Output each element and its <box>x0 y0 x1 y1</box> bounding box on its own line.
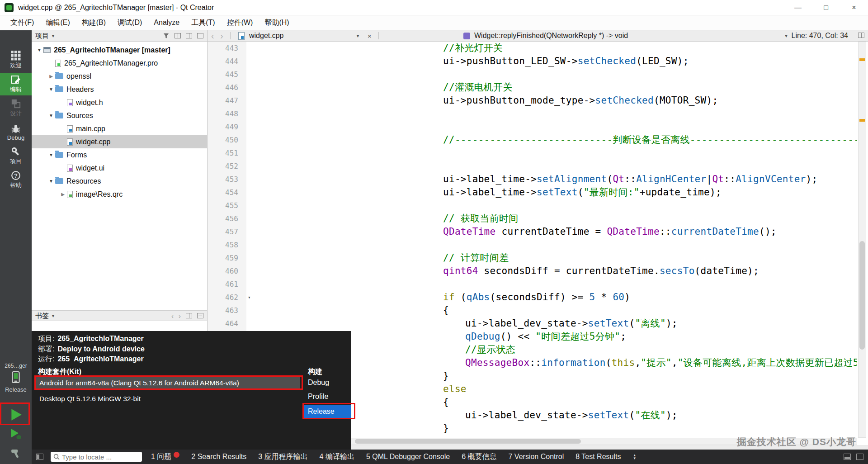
close-pane-icon[interactable] <box>197 313 203 318</box>
code-text[interactable] <box>246 68 443 81</box>
mode-debug[interactable]: Debug <box>0 121 32 143</box>
expander-icon[interactable]: ▶ <box>59 192 67 197</box>
menu-item-3[interactable]: 调试(D) <box>112 16 148 30</box>
code-text[interactable]: ui->pushButton_mode_type->setChecked(MOT… <box>246 94 718 107</box>
chevron-down-icon[interactable]: ▾ <box>52 33 54 38</box>
output-pane-button-7[interactable]: 8 Test Results <box>576 453 621 461</box>
menu-item-4[interactable]: Analyze <box>148 16 185 29</box>
code-text[interactable] <box>246 199 443 212</box>
output-pane-button-6[interactable]: 7 Version Control <box>509 453 564 461</box>
output-pane-button-1[interactable]: 2 Search Results <box>191 453 246 461</box>
tree-item-8[interactable]: ▼Forms <box>32 148 207 161</box>
output-pane-button-4[interactable]: 5 QML Debugger Console <box>366 453 450 461</box>
expander-icon[interactable]: ▼ <box>47 113 55 118</box>
tree-item-9[interactable]: widget.ui <box>32 161 207 175</box>
mode-projects[interactable]: 项目 <box>0 145 32 167</box>
menu-item-5[interactable]: 工具(T) <box>185 16 221 30</box>
split-editor-icon[interactable] <box>858 33 864 38</box>
mode-edit[interactable]: 编辑 <box>0 73 32 95</box>
run-button[interactable] <box>0 406 32 425</box>
output-pane-button-5[interactable]: 6 概要信息 <box>462 452 496 462</box>
code-text[interactable]: ui->label_time->setText("最新时间:"+update_t… <box>246 186 722 199</box>
code-text[interactable] <box>246 147 443 160</box>
code-text[interactable]: QDateTime currentDateTime = QDateTime::c… <box>246 225 777 238</box>
build-option-release[interactable]: Release <box>304 405 351 418</box>
scrollbar-thumb[interactable] <box>859 241 865 350</box>
tree-item-10[interactable]: ▼Resources <box>32 175 207 188</box>
expander-icon[interactable]: ▶ <box>47 74 55 79</box>
code-text[interactable] <box>246 160 443 173</box>
expander-icon[interactable]: ▼ <box>35 47 43 52</box>
scrollbar-thumb[interactable] <box>355 439 581 444</box>
tree-item-3[interactable]: ▼Headers <box>32 83 207 96</box>
menu-item-0[interactable]: 文件(F) <box>5 16 40 30</box>
filter-icon[interactable] <box>163 33 170 39</box>
locator[interactable] <box>51 452 142 462</box>
symbol-selector[interactable]: Widget::replyFinished(QNetworkReply *) -… <box>474 30 628 41</box>
tree-item-11[interactable]: ▶image\Res.qrc <box>32 188 207 201</box>
expander-icon[interactable]: ▼ <box>47 179 55 184</box>
code-text[interactable] <box>246 120 443 133</box>
next-icon[interactable]: › <box>179 312 181 320</box>
build-option-debug[interactable]: Debug <box>304 377 351 388</box>
chevron-down-icon[interactable]: ▾ <box>52 313 54 318</box>
menu-item-6[interactable]: 控件(W) <box>221 16 259 30</box>
debug-run-button[interactable] <box>0 425 32 445</box>
code-text[interactable]: qint64 secondsDiff = currentDateTime.sec… <box>246 265 759 278</box>
code-text[interactable]: { <box>246 304 449 317</box>
close-document-icon[interactable]: × <box>368 30 372 41</box>
code-text[interactable]: ui->label_time->setAlignment(Qt::AlignHC… <box>246 173 817 186</box>
expander-icon[interactable]: ▼ <box>47 87 55 92</box>
document-dropdown-icon[interactable]: ▾ <box>357 30 359 41</box>
tree-item-0[interactable]: ▼265_AgritechIoTManager [master] <box>32 43 207 57</box>
close-button[interactable]: × <box>840 0 868 15</box>
tree-item-5[interactable]: ▼Sources <box>32 109 207 122</box>
code-text[interactable]: //补光灯开关 <box>246 42 503 55</box>
code-text[interactable]: //---------------------------判断设备是否离线---… <box>246 133 857 147</box>
symbol-dropdown-icon[interactable]: ▾ <box>785 33 788 38</box>
prev-icon[interactable]: ‹ <box>171 312 174 320</box>
kit-option-1[interactable]: Desktop Qt 5.12.6 MinGW 32-bit <box>36 393 300 405</box>
output-panes-toggle-icon[interactable] <box>36 454 43 460</box>
fullscreen-toggle-icon[interactable] <box>856 454 863 460</box>
mode-welcome[interactable]: 欢迎 <box>0 49 32 71</box>
code-text[interactable]: // 计算时间差 <box>246 251 509 265</box>
menu-item-7[interactable]: 帮助(H) <box>259 16 295 30</box>
show-right-sidebar-icon[interactable] <box>844 454 851 460</box>
kit-option-0[interactable]: Android for arm64-v8a (Clang Qt 5.12.6 f… <box>36 377 300 389</box>
expand-panes-icon[interactable]: ▴▾ <box>633 454 636 460</box>
expander-icon[interactable]: ▼ <box>47 152 55 157</box>
maximize-button[interactable]: □ <box>812 0 840 15</box>
mode-help[interactable]: ?帮助 <box>0 169 32 191</box>
minimize-button[interactable]: — <box>784 0 812 15</box>
output-pane-button-2[interactable]: 3 应用程序输出 <box>258 452 307 462</box>
kit-selector-button[interactable]: 265…ger Release <box>0 363 32 393</box>
code-text[interactable]: ui->label_dev_state->setText("离线"); <box>246 317 678 330</box>
mode-design[interactable]: 设计 <box>0 97 32 119</box>
build-option-profile[interactable]: Profile <box>304 391 351 402</box>
close-pane-icon[interactable] <box>197 33 203 38</box>
locator-input[interactable] <box>62 452 140 462</box>
code-text[interactable] <box>246 278 443 291</box>
menu-item-2[interactable]: 构建(B) <box>76 16 112 30</box>
build-button[interactable] <box>0 445 32 464</box>
open-document-name[interactable]: widget.cpp <box>249 30 284 41</box>
split-pane-icon[interactable] <box>186 313 192 318</box>
menu-item-1[interactable]: 编辑(E) <box>40 16 75 30</box>
tree-item-7[interactable]: widget.cpp <box>32 135 207 148</box>
fold-marker-icon[interactable]: ▾ <box>248 291 251 304</box>
split-pane-icon[interactable] <box>186 33 192 38</box>
code-text[interactable]: //灌溉电机开关 <box>246 81 513 94</box>
output-pane-button-3[interactable]: 4 编译输出 <box>320 452 354 462</box>
code-text[interactable] <box>246 107 443 120</box>
tree-item-6[interactable]: main.cpp <box>32 122 207 135</box>
tree-item-2[interactable]: ▶openssl <box>32 70 207 83</box>
code-text[interactable]: ui->pushButton_LED_SW->setChecked(LED_SW… <box>246 55 689 68</box>
output-pane-button-0[interactable]: 1 问题 <box>151 452 179 462</box>
code-text[interactable] <box>246 238 443 251</box>
tree-item-4[interactable]: widget.h <box>32 96 207 109</box>
sync-with-editor-icon[interactable] <box>175 33 181 38</box>
back-icon[interactable]: ‹ <box>211 30 214 41</box>
code-text[interactable]: // 获取当前时间 <box>246 212 519 225</box>
vertical-scrollbar[interactable] <box>858 42 866 438</box>
